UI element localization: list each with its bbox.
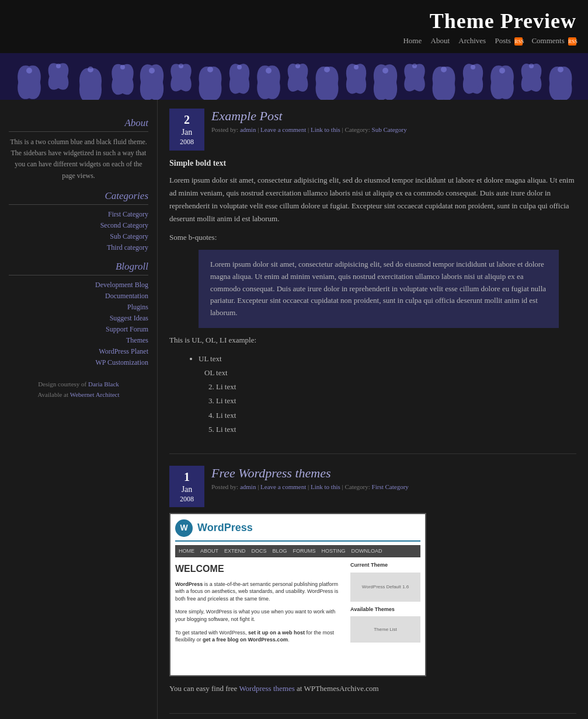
post-2-body-text: You can easy find free Wordpress themes … <box>169 682 576 695</box>
blogroll-link[interactable]: Plugins <box>127 303 148 311</box>
post-1-title-link[interactable]: Example Post <box>211 109 283 123</box>
category-item: Sub Category <box>9 232 148 241</box>
blogroll-item: WP Customization <box>9 358 148 367</box>
post-divider-1 <box>169 453 576 454</box>
blogroll-item: Suggest Ideas <box>9 313 148 323</box>
post-1-meta: Posted by: admin | Leave a comment | Lin… <box>211 126 576 133</box>
about-section-title: About <box>9 117 148 132</box>
svg-point-51 <box>382 68 388 74</box>
category-link[interactable]: First Category <box>108 210 148 218</box>
post-divider-2 <box>169 713 576 714</box>
svg-point-41 <box>88 67 93 72</box>
post-1-bquote-label: Some b-quotes: <box>169 231 576 244</box>
post-1-date: 2 Jan 2008 <box>169 109 204 151</box>
post-2-themes-link[interactable]: Wordpress themes <box>239 684 294 693</box>
post-1-list-label: This is UL, OL, LI example: <box>169 334 576 347</box>
svg-point-49 <box>324 67 330 72</box>
blogroll-item: Documentation <box>9 291 148 301</box>
category-link[interactable]: Second Category <box>100 221 148 229</box>
blogroll-link[interactable]: WordPress Planet <box>99 347 148 355</box>
blogroll-link[interactable]: Themes <box>126 336 148 344</box>
post-1: 2 Jan 2008 Example Post Posted by: admin… <box>169 109 576 436</box>
design-author-link[interactable]: Daria Black <box>88 381 119 388</box>
post-1-category[interactable]: Sub Category <box>372 126 407 133</box>
site-title: Theme Preview <box>12 9 576 33</box>
category-link[interactable]: Third category <box>107 243 148 252</box>
post-2-body: W WordPress HOMEABOUTEXTENDDOCSBLOGFORUM… <box>169 513 576 695</box>
post-1-para1: Lorem ipsum dolor sit amet, consectetur … <box>169 174 576 225</box>
nav-home[interactable]: Home <box>403 36 422 45</box>
blogroll-item: Development Blog <box>9 280 148 289</box>
ul-item: UL text <box>199 352 576 365</box>
post-1-body: Simple bold text Lorem ipsum dolor sit a… <box>169 156 576 436</box>
li-item-2: Li text <box>216 395 576 407</box>
sidebar: About This is a two column blue and blac… <box>0 100 158 719</box>
comments-rss-icon: RSS <box>568 37 576 46</box>
design-credit: Design courtesy of Daria Black Available… <box>9 379 148 400</box>
post-1-list-example: UL text OL text Li text Li text Li text … <box>193 352 576 436</box>
post-2-meta: Posted by: admin | Leave a comment | Lin… <box>211 483 576 490</box>
li-item-4: Li text <box>216 423 576 436</box>
svg-point-40 <box>56 64 61 68</box>
nav-posts[interactable]: Posts <box>495 36 510 45</box>
blogroll-link[interactable]: WP Customization <box>95 358 148 367</box>
svg-point-43 <box>149 68 155 74</box>
category-item: First Category <box>9 210 148 219</box>
site-header: Theme Preview Home About Archives Posts … <box>0 0 588 53</box>
page-wrapper: About This is a two column blue and blac… <box>0 100 588 719</box>
post-2-permalink[interactable]: Link to this <box>311 483 340 490</box>
blogroll-section-title: Blogroll <box>9 261 148 275</box>
nav-archives[interactable]: Archives <box>458 36 486 45</box>
ol-text-item: OL text <box>204 367 576 379</box>
main-content: 2 Jan 2008 Example Post Posted by: admin… <box>158 100 588 719</box>
post-1-author[interactable]: admin <box>240 126 256 133</box>
li-item-1: Li text <box>216 381 576 393</box>
post-1-blockquote: Lorem ipsum dolor sit amet, consectetur … <box>199 250 559 328</box>
post-2-comment-link[interactable]: Leave a comment <box>260 483 306 490</box>
main-nav: Home About Archives Posts RSS Comments R… <box>12 36 576 46</box>
svg-point-55 <box>499 68 505 74</box>
category-link[interactable]: Sub Category <box>110 232 148 240</box>
post-1-comment-link[interactable]: Leave a comment <box>260 126 306 133</box>
nav-comments[interactable]: Comments <box>531 36 564 45</box>
post-1-heading: Simple bold text <box>169 156 576 170</box>
svg-point-50 <box>354 65 359 69</box>
wordpress-screenshot: W WordPress HOMEABOUTEXTENDDOCSBLOGFORUM… <box>169 513 426 676</box>
svg-point-39 <box>26 68 32 74</box>
categories-section-title: Categories <box>9 190 148 205</box>
post-2-title: Free Wordpress themes <box>211 466 576 481</box>
post-1-title: Example Post <box>211 109 576 124</box>
post-2-header: 1 Jan 2008 Free Wordpress themes Posted … <box>169 466 576 508</box>
post-1-title-wrap: Example Post Posted by: admin | Leave a … <box>211 109 576 151</box>
post-1-permalink[interactable]: Link to this <box>311 126 340 133</box>
blogroll-list: Development Blog Documentation Plugins S… <box>9 280 148 367</box>
blogroll-link[interactable]: Documentation <box>105 292 148 300</box>
post-2-title-link[interactable]: Free Wordpress themes <box>211 466 331 480</box>
available-site-link[interactable]: Webernet Architect <box>70 391 120 398</box>
li-item-3: Li text <box>216 409 576 422</box>
svg-point-57 <box>558 67 563 72</box>
nav-about[interactable]: About <box>431 36 450 45</box>
post-2-author[interactable]: admin <box>240 483 256 490</box>
category-item: Third category <box>9 243 148 252</box>
svg-point-54 <box>471 65 475 69</box>
svg-point-45 <box>207 67 213 72</box>
blogroll-link[interactable]: Suggest Ideas <box>110 314 148 322</box>
blogroll-item: Plugins <box>9 302 148 312</box>
svg-point-52 <box>412 64 417 68</box>
post-2-category[interactable]: First Category <box>372 483 409 490</box>
svg-point-44 <box>179 64 183 68</box>
category-item: Second Category <box>9 221 148 230</box>
svg-point-56 <box>529 64 534 68</box>
blogroll-link[interactable]: Development Blog <box>95 281 148 289</box>
posts-rss-icon: RSS <box>514 37 523 46</box>
post-2: 1 Jan 2008 Free Wordpress themes Posted … <box>169 466 576 696</box>
blogroll-link[interactable]: Support Forum <box>106 325 148 333</box>
blogroll-item: Support Forum <box>9 324 148 334</box>
about-text: This is a two column blue and black flui… <box>9 137 148 182</box>
post-2-title-wrap: Free Wordpress themes Posted by: admin |… <box>211 466 576 508</box>
floral-banner <box>0 53 588 100</box>
post-2-date: 1 Jan 2008 <box>169 466 204 508</box>
categories-list: First Category Second Category Sub Categ… <box>9 210 148 252</box>
post-1-header: 2 Jan 2008 Example Post Posted by: admin… <box>169 109 576 151</box>
